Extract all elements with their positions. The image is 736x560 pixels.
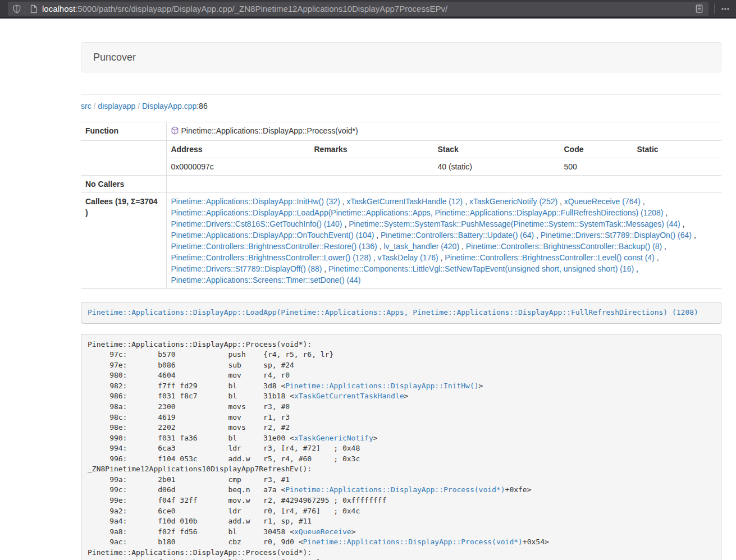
- breadcrumb-separator: /: [92, 102, 98, 111]
- disasm-symbol-link[interactable]: Pinetime::Applications::DisplayApp::Proc…: [303, 538, 523, 546]
- callee-link[interactable]: Pinetime::Drivers::Cst816S::GetTouchInfo…: [171, 219, 342, 228]
- callees-label: Callees (19, Σ=3704 ): [81, 193, 166, 289]
- callee-separator: ,: [459, 242, 466, 251]
- col-remarks: Remarks: [310, 141, 433, 158]
- details-table: Address Remarks Stack Code Static 0x0000…: [167, 141, 722, 175]
- disasm-symbol-link[interactable]: xQueueReceive: [294, 527, 351, 536]
- callee-link[interactable]: xQueueReceive (764): [564, 197, 641, 206]
- app-header: Puncover: [81, 42, 721, 72]
- callee-link[interactable]: Pinetime::Controllers::Battery::Update()…: [381, 231, 534, 240]
- callee-separator: ,: [680, 219, 685, 228]
- callee-separator: ,: [463, 197, 469, 206]
- function-row: Function Pinetime::Applications::Display…: [81, 122, 721, 141]
- details-header-row: Address Remarks Stack Code Static: [167, 141, 722, 158]
- callee-separator: ,: [655, 253, 659, 262]
- static-value: [633, 158, 722, 176]
- more-actions-icon[interactable]: [720, 4, 730, 13]
- breadcrumb-separator: /: [135, 102, 142, 111]
- urlbar-divider: [25, 4, 25, 13]
- code-value: 500: [560, 158, 633, 176]
- callee-link[interactable]: Pinetime::Components::LittleVgl::SetNewT…: [328, 264, 634, 273]
- callee-link[interactable]: Pinetime::Controllers::BrightnessControl…: [171, 253, 371, 262]
- details-row: Address Remarks Stack Code Static 0x0000…: [81, 141, 721, 176]
- stack-value: 40 (static): [433, 158, 560, 176]
- callee-separator: ,: [557, 197, 564, 206]
- col-code: Code: [560, 141, 633, 158]
- callee-link[interactable]: xTaskGenericNotify (252): [469, 197, 557, 206]
- callee-separator: ,: [663, 208, 668, 217]
- url-host: localhost: [42, 4, 75, 13]
- callee-link[interactable]: Pinetime::Controllers::BrightnessControl…: [171, 242, 377, 251]
- highlighted-callee-box: Pinetime::Applications::DisplayApp::Load…: [81, 302, 721, 324]
- callee-separator: ,: [662, 242, 666, 251]
- breadcrumb-link[interactable]: displayapp: [98, 102, 135, 111]
- breadcrumb-line-number: :86: [196, 102, 207, 111]
- callee-link[interactable]: Pinetime::Applications::DisplayApp::OnTo…: [171, 231, 374, 240]
- callee-separator: ,: [371, 253, 378, 262]
- callee-separator: ,: [634, 264, 638, 273]
- callee-separator: ,: [374, 231, 381, 240]
- callee-separator: ,: [340, 197, 347, 206]
- url-bar[interactable]: localhost:5000/path/src/displayapp/Displ…: [8, 2, 708, 16]
- reader-view-icon[interactable]: [694, 4, 704, 13]
- col-stack: Stack: [433, 141, 560, 158]
- disasm-symbol-link[interactable]: xTaskGenericNotify: [294, 434, 373, 442]
- callee-separator: ,: [322, 264, 328, 273]
- page-title: Puncover: [93, 52, 136, 63]
- callee-link[interactable]: Pinetime::Applications::DisplayApp::Load…: [171, 208, 664, 217]
- shield-icon[interactable]: [12, 4, 21, 13]
- symbol-cube-icon: [171, 126, 179, 137]
- disasm-symbol-link[interactable]: Pinetime::Applications::DisplayApp::Init…: [285, 382, 478, 390]
- col-static: Static: [633, 141, 722, 158]
- toolbar-divider: [714, 3, 715, 14]
- function-table: Function Pinetime::Applications::Display…: [81, 122, 721, 289]
- page-icon: [30, 4, 38, 13]
- callee-link[interactable]: Pinetime::Drivers::St7789::DisplayOn() (…: [541, 231, 692, 240]
- breadcrumb: src / displayapp / DisplayApp.cpp:86: [81, 95, 721, 117]
- callee-separator: ,: [534, 231, 541, 240]
- disasm-symbol-link[interactable]: Pinetime::Applications::DisplayApp::Proc…: [285, 485, 505, 494]
- disassembly-block: Pinetime::Applications::DisplayApp::Proc…: [81, 334, 721, 560]
- breadcrumb-link[interactable]: src: [81, 102, 92, 111]
- function-label: Function: [81, 122, 166, 141]
- callee-link[interactable]: Pinetime::Applications::DisplayApp::Init…: [171, 197, 340, 206]
- callees-list: Pinetime::Applications::DisplayApp::Init…: [166, 193, 721, 289]
- callee-separator: ,: [692, 231, 696, 240]
- breadcrumb-link[interactable]: DisplayApp.cpp: [142, 102, 196, 111]
- address-value: 0x0000097c: [167, 158, 310, 176]
- callee-link[interactable]: Pinetime::Drivers::St7789::DisplayOff() …: [171, 264, 322, 273]
- callee-link[interactable]: xTaskGetCurrentTaskHandle (12): [346, 197, 463, 206]
- callee-separator: ,: [377, 242, 384, 251]
- browser-toolbar: localhost:5000/path/src/displayapp/Displ…: [0, 0, 736, 19]
- callee-link[interactable]: lv_task_handler (420): [383, 242, 459, 251]
- disasm-symbol-link[interactable]: xTaskGetCurrentTaskHandle: [294, 392, 404, 400]
- callee-link[interactable]: Pinetime::Applications::Screens::Timer::…: [171, 276, 361, 284]
- callee-separator: ,: [641, 197, 645, 206]
- col-address: Address: [167, 141, 310, 158]
- callee-separator: ,: [438, 253, 445, 262]
- callee-link[interactable]: Pinetime::Controllers::BrightnessControl…: [466, 242, 662, 251]
- details-data-row: 0x0000097c 40 (static) 500: [167, 158, 722, 176]
- callee-link[interactable]: vTaskDelay (176): [378, 253, 438, 262]
- callee-link[interactable]: Pinetime::System::SystemTask::PushMessag…: [349, 219, 680, 228]
- url-path: :5000/path/src/displayapp/DisplayApp.cpp…: [75, 4, 447, 13]
- callee-separator: ,: [342, 219, 349, 228]
- no-callers-row: No Callers: [81, 176, 721, 193]
- callee-link[interactable]: Pinetime::Controllers::BrightnessControl…: [445, 253, 654, 262]
- highlighted-callee-link[interactable]: Pinetime::Applications::DisplayApp::Load…: [88, 308, 698, 316]
- remarks-value: [310, 158, 433, 176]
- no-callers-label: No Callers: [81, 176, 166, 193]
- url-text[interactable]: localhost:5000/path/src/displayapp/Displ…: [42, 4, 694, 13]
- main-content: Puncover src / displayapp / DisplayApp.c…: [81, 19, 721, 560]
- callees-row: Callees (19, Σ=3704 ) Pinetime::Applicat…: [81, 193, 721, 289]
- function-name: Pinetime::Applications::DisplayApp::Proc…: [181, 126, 358, 135]
